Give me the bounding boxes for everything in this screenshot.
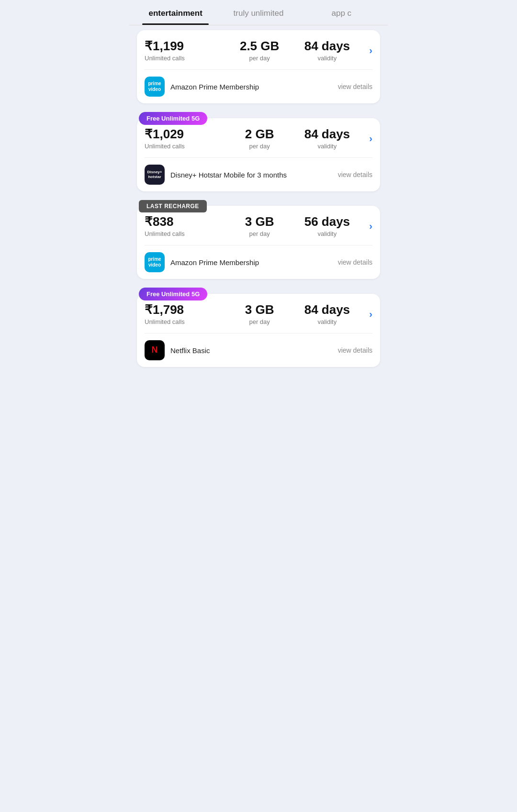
netflix-logo-text: N (152, 345, 158, 356)
plan-validity-plan-838: 56 days validity (293, 214, 361, 237)
calls-label: Unlimited calls (145, 55, 226, 62)
tab-truly-unlimited[interactable]: truly unlimited (217, 0, 300, 25)
benefit-text: Amazon Prime Membership (170, 83, 332, 91)
calls-label: Unlimited calls (145, 143, 226, 150)
plan-benefit-plan-1029: Disney+hotstarDisney+ Hotstar Mobile for… (137, 158, 380, 191)
validity-amount: 56 days (293, 214, 361, 229)
plan-card-plan-1029[interactable]: ₹1,029 Unlimited calls 2 GB per day 84 d… (137, 118, 380, 191)
plan-data-plan-1798: 3 GB per day (226, 302, 293, 325)
price-amount: ₹1,199 (145, 39, 226, 54)
price-amount: ₹1,029 (145, 127, 226, 142)
plan-data-plan-1199: 2.5 GB per day (226, 39, 293, 62)
view-details-link[interactable]: view details (338, 258, 372, 266)
plan-card-plan-838[interactable]: ₹838 Unlimited calls 3 GB per day 56 day… (137, 206, 380, 279)
plan-card-plan-1199[interactable]: ₹1,199 Unlimited calls 2.5 GB per day 84… (137, 30, 380, 103)
prime-icon: primevideo (145, 252, 165, 272)
netflix-icon: N (145, 340, 165, 360)
calls-label: Unlimited calls (145, 230, 226, 237)
plans-container: ₹1,199 Unlimited calls 2.5 GB per day 84… (129, 25, 388, 385)
data-label: per day (226, 55, 293, 62)
plan-price-plan-1029: ₹1,029 Unlimited calls (145, 127, 226, 150)
tab-bar: entertainment truly unlimited app c (129, 0, 388, 25)
badge-wrapper-1: Free Unlimited 5G (139, 112, 380, 125)
view-details-link[interactable]: view details (338, 83, 372, 90)
validity-amount: 84 days (293, 127, 361, 142)
data-amount: 2 GB (226, 127, 293, 142)
plan-price-plan-1798: ₹1,798 Unlimited calls (145, 302, 226, 325)
plan-main-plan-1199: ₹1,199 Unlimited calls 2.5 GB per day 84… (137, 30, 380, 69)
chevron-right-icon[interactable]: › (361, 133, 372, 144)
plan-data-plan-838: 3 GB per day (226, 214, 293, 237)
calls-label: Unlimited calls (145, 318, 226, 325)
data-label: per day (226, 318, 293, 325)
badge-5g: Free Unlimited 5G (139, 288, 207, 300)
price-amount: ₹1,798 (145, 302, 226, 317)
data-amount: 2.5 GB (226, 39, 293, 54)
chevron-right-icon[interactable]: › (361, 309, 372, 320)
badge-last: LAST RECHARGE (139, 200, 207, 212)
plan-benefit-plan-1199: primevideoAmazon Prime Membershipview de… (137, 70, 380, 103)
data-amount: 3 GB (226, 214, 293, 229)
validity-label: validity (293, 55, 361, 62)
plan-validity-plan-1029: 84 days validity (293, 127, 361, 150)
benefit-text: Disney+ Hotstar Mobile for 3 months (170, 171, 332, 179)
plan-validity-plan-1199: 84 days validity (293, 39, 361, 62)
chevron-right-icon[interactable]: › (361, 45, 372, 56)
plan-benefit-plan-838: primevideoAmazon Prime Membershipview de… (137, 245, 380, 279)
hotstar-icon: Disney+hotstar (145, 165, 165, 185)
view-details-link[interactable]: view details (338, 346, 372, 354)
badge-5g: Free Unlimited 5G (139, 112, 207, 125)
badge-wrapper-3: Free Unlimited 5G (139, 288, 380, 300)
chevron-right-icon[interactable]: › (361, 221, 372, 232)
tab-app[interactable]: app c (300, 0, 383, 25)
plan-benefit-plan-1798: NNetflix Basicview details (137, 334, 380, 367)
tab-entertainment[interactable]: entertainment (134, 0, 217, 25)
data-amount: 3 GB (226, 302, 293, 317)
plan-price-plan-838: ₹838 Unlimited calls (145, 214, 226, 237)
price-amount: ₹838 (145, 214, 226, 229)
benefit-text: Netflix Basic (170, 346, 332, 355)
validity-label: validity (293, 230, 361, 237)
prime-logo-text: primevideo (148, 256, 161, 268)
data-label: per day (226, 230, 293, 237)
plan-validity-plan-1798: 84 days validity (293, 302, 361, 325)
plan-price-plan-1199: ₹1,199 Unlimited calls (145, 39, 226, 62)
validity-label: validity (293, 143, 361, 150)
data-label: per day (226, 143, 293, 150)
validity-label: validity (293, 318, 361, 325)
validity-amount: 84 days (293, 302, 361, 317)
plan-data-plan-1029: 2 GB per day (226, 127, 293, 150)
benefit-text: Amazon Prime Membership (170, 258, 332, 267)
validity-amount: 84 days (293, 39, 361, 54)
hotstar-logo-text: Disney+hotstar (147, 170, 162, 179)
badge-wrapper-2: LAST RECHARGE (139, 200, 380, 212)
view-details-link[interactable]: view details (338, 171, 372, 178)
plan-card-plan-1798[interactable]: ₹1,798 Unlimited calls 3 GB per day 84 d… (137, 294, 380, 367)
prime-logo-text: primevideo (148, 81, 161, 92)
prime-icon: primevideo (145, 77, 165, 97)
